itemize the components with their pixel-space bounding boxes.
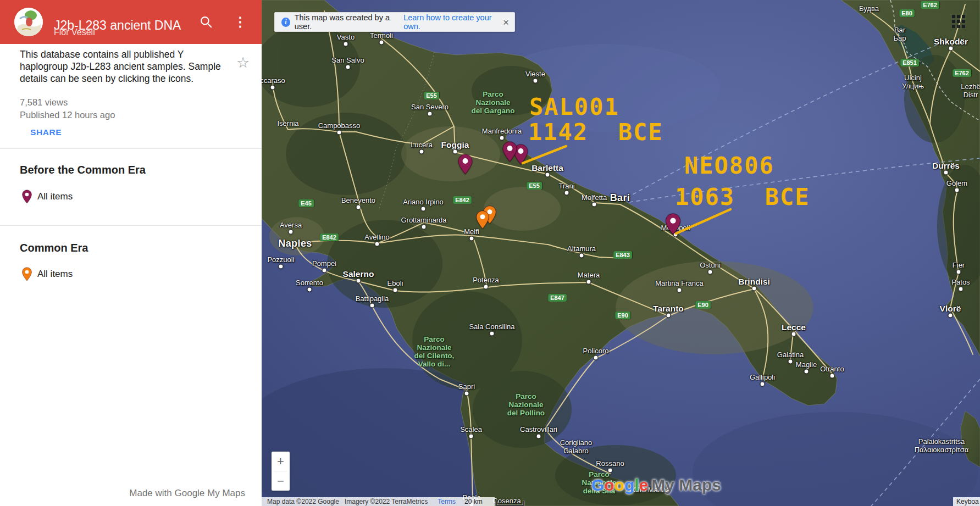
- map-pin-ce[interactable]: [476, 210, 489, 229]
- road-badge-e847: E847: [548, 294, 567, 302]
- apps-grid-icon[interactable]: [952, 15, 965, 28]
- city-label: San Severo: [411, 103, 449, 111]
- city-dot: [337, 130, 342, 135]
- city-dot: [344, 42, 348, 47]
- city-label: Shkodër: [934, 37, 968, 46]
- map-avatar: [14, 8, 43, 36]
- city-dot: [464, 391, 469, 396]
- city-dot: [536, 434, 541, 439]
- city-dot: [289, 230, 294, 235]
- search-icon[interactable]: [199, 15, 213, 29]
- city-label: ccaraso: [262, 76, 285, 85]
- banner-close-icon[interactable]: ×: [503, 17, 509, 27]
- info-icon: i: [281, 18, 290, 27]
- sample-annotation-text: NEO806: [684, 154, 774, 177]
- zoom-out-button[interactable]: −: [272, 471, 290, 491]
- imagery-credit: Imagery ©2022 TerraMetrics: [345, 498, 428, 505]
- my-maps-label: My Maps: [651, 476, 721, 494]
- city-label: Battipaglia: [356, 294, 389, 303]
- road-badge-e842: E842: [453, 196, 472, 204]
- city-dot: [959, 287, 964, 292]
- city-dot: [346, 65, 351, 70]
- city-label: Otranto: [820, 365, 844, 373]
- keyboard-shortcuts-chip[interactable]: Keyboa: [953, 497, 980, 506]
- park-label: Parco Nazionale del Pollino: [507, 392, 545, 417]
- city-label: Corigliano Calabro: [560, 438, 593, 455]
- city-label: Sorrento: [296, 279, 323, 287]
- road-badge-e842: E842: [320, 233, 339, 241]
- city-dot: [594, 355, 599, 360]
- section-heading-ce: Common Era: [20, 242, 88, 254]
- city-dot: [428, 112, 433, 116]
- divider: [0, 148, 262, 149]
- city-dot: [948, 313, 953, 318]
- overflow-menu-icon[interactable]: ⋮: [233, 15, 247, 29]
- city-label: Rossano: [596, 459, 624, 468]
- star-icon[interactable]: ☆: [236, 54, 250, 71]
- city-label: Golem: [946, 179, 967, 187]
- city-dot: [955, 188, 960, 193]
- city-label: Campobasso: [318, 121, 361, 130]
- city-label: Lecce: [782, 323, 806, 331]
- city-label: Policoro: [583, 347, 609, 355]
- city-dot: [804, 369, 809, 374]
- city-label: Grottaminarda: [401, 216, 446, 224]
- city-dot: [760, 382, 765, 387]
- city-dot: [586, 280, 591, 285]
- city-dot: [956, 270, 961, 275]
- city-dot: [592, 202, 597, 207]
- banner-learn-link[interactable]: Learn how to create your own.: [403, 13, 503, 31]
- city-label: Matera: [578, 271, 600, 279]
- scale-bar: [496, 501, 524, 506]
- city-label: Будва: [859, 4, 879, 13]
- city-label: Vlorë: [940, 304, 961, 313]
- park-label: Parco Nazionale del Gargano: [472, 90, 515, 115]
- road-badge-e45: E45: [298, 199, 314, 207]
- city-label: Sapri: [458, 382, 475, 391]
- city-label: Lezhë Distr: [961, 82, 980, 99]
- city-label: Manfredonia: [482, 127, 522, 135]
- city-dot: [370, 303, 375, 308]
- city-label: Vasto: [337, 33, 355, 41]
- published-timestamp: Published 12 hours ago: [20, 110, 115, 120]
- sidebar-header: J2b-L283 ancient DNA Flor Veseli ⋮: [0, 0, 262, 44]
- city-dot: [944, 170, 949, 175]
- city-label: Ariano Irpino: [403, 198, 444, 206]
- city-label: Trani: [558, 182, 574, 190]
- map-pin-bce[interactable]: [665, 213, 681, 235]
- city-label: Termoli: [370, 31, 393, 40]
- zoom-control: + −: [272, 452, 290, 491]
- city-dot: [469, 236, 474, 241]
- city-label: Fier: [953, 261, 965, 269]
- city-label: Martina Franca: [655, 279, 703, 287]
- city-dot: [375, 242, 380, 247]
- road-badge-e90: E90: [695, 301, 711, 309]
- share-button[interactable]: SHARE: [30, 127, 62, 137]
- city-label: Sala Consilina: [469, 322, 514, 331]
- city-dot: [422, 225, 427, 230]
- city-dot: [356, 279, 361, 283]
- map-pin-bce[interactable]: [502, 141, 517, 162]
- city-dot: [564, 191, 569, 196]
- sample-annotation-text: 1063 BCE: [675, 186, 810, 209]
- legend-item-bce-all-items[interactable]: All items: [22, 190, 73, 204]
- road-badge-e762: E762: [921, 1, 939, 9]
- city-dot: [419, 149, 424, 154]
- bce-pin-icon: [22, 190, 32, 204]
- city-label: Barletta: [531, 164, 563, 172]
- map-canvas[interactable]: БудваBar БарShkodërUlcinj УлцињLezhë Dis…: [262, 0, 980, 506]
- sidebar: J2b-L283 ancient DNA Flor Veseli ⋮ ☆ Thi…: [0, 0, 262, 506]
- road-badge-e55: E55: [527, 182, 542, 190]
- city-label: San Salvo: [331, 56, 364, 64]
- city-label: Scalea: [460, 425, 482, 433]
- made-with-google-my-maps: Made with Google My Maps: [129, 488, 245, 499]
- google-logo: Google: [591, 476, 648, 494]
- sample-annotation-text: 1142 BCE: [528, 121, 663, 144]
- map-pin-bce[interactable]: [458, 154, 473, 175]
- user-map-banner: i This map was created by a user. Learn …: [274, 12, 515, 32]
- terms-link[interactable]: Terms: [438, 498, 456, 505]
- ce-pin-icon: [22, 267, 32, 281]
- city-dot: [830, 374, 835, 379]
- zoom-in-button[interactable]: +: [272, 452, 290, 471]
- legend-item-ce-all-items[interactable]: All items: [22, 267, 73, 281]
